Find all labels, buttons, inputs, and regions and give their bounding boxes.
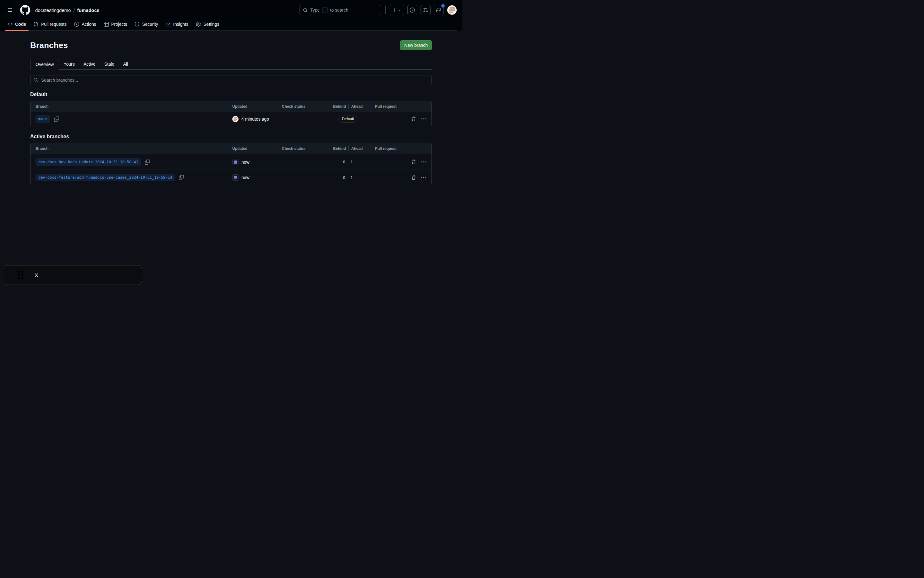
committer-avatar-image <box>232 116 239 122</box>
branch-menu-button[interactable] <box>421 175 426 180</box>
branch-row-main: main 4 minutes ago Default <box>31 112 431 126</box>
breadcrumb-repo-link[interactable]: fumadocs <box>77 8 100 13</box>
notifications-inbox-button[interactable] <box>434 5 444 15</box>
close-widget-button[interactable] <box>34 273 39 278</box>
user-avatar[interactable] <box>447 5 457 15</box>
tab-insights-label: Insights <box>173 22 188 27</box>
search-icon <box>33 78 38 82</box>
tab-security-label: Security <box>142 22 158 27</box>
tab-security[interactable]: Security <box>132 18 161 31</box>
hamburger-menu-button[interactable] <box>5 5 15 15</box>
branch-row-dev-docs-feature: dev-docs-feature/add-fumadocs-use-cases_… <box>31 170 431 185</box>
tab-active[interactable]: Active <box>79 59 100 70</box>
tab-code[interactable]: Code <box>5 18 29 31</box>
code-icon <box>8 22 13 27</box>
git-pull-request-icon <box>423 8 428 13</box>
bot-avatar[interactable] <box>232 159 239 165</box>
chevron-down-icon <box>398 8 402 12</box>
tab-yours[interactable]: Yours <box>59 59 79 70</box>
issues-button[interactable] <box>407 5 417 15</box>
tab-projects-label: Projects <box>111 22 127 27</box>
committer-avatar[interactable] <box>232 116 239 122</box>
unread-notification-dot <box>441 4 445 8</box>
table-header: Branch Updated Check status Behind Ahead… <box>31 143 431 154</box>
column-header-behind-ahead: Behind Ahead <box>332 104 364 109</box>
branch-link[interactable]: dev-docs-feature/add-fumadocs-use-cases_… <box>36 174 175 181</box>
copy-branch-name-button[interactable] <box>145 159 150 165</box>
branch-link[interactable]: main <box>36 115 50 123</box>
column-header-ahead: Ahead <box>351 146 363 151</box>
slash-key-hint: / <box>322 8 327 13</box>
breadcrumb-owner-link[interactable]: docstestingdemo <box>35 8 71 13</box>
delete-branch-button[interactable] <box>411 159 416 165</box>
issue-opened-icon <box>410 8 415 13</box>
column-header-check-status: Check status <box>282 146 332 151</box>
trash-icon <box>411 175 416 180</box>
shield-icon <box>135 22 140 27</box>
play-icon <box>74 22 79 27</box>
bot-avatar-glyph <box>234 176 237 178</box>
new-branch-button[interactable]: New branch <box>400 40 432 50</box>
behind-ahead-divider <box>348 174 348 181</box>
tab-insights[interactable]: Insights <box>163 18 191 31</box>
search-placeholder-suffix: to search <box>330 8 348 13</box>
header-divider <box>385 6 386 14</box>
bot-avatar-glyph <box>234 161 237 163</box>
drag-handle[interactable] <box>18 271 24 279</box>
kebab-horizontal-icon <box>421 175 426 180</box>
kebab-horizontal-icon <box>421 159 426 165</box>
column-header-updated: Updated <box>232 146 282 151</box>
column-header-ahead: Ahead <box>351 104 363 109</box>
tab-code-label: Code <box>15 22 26 27</box>
breadcrumb: docstestingdemo / fumadocs <box>35 8 99 13</box>
tab-actions-label: Actions <box>82 22 96 27</box>
global-header: docstestingdemo / fumadocs Type / to sea… <box>0 0 462 31</box>
active-section-heading: Active branches <box>30 134 432 140</box>
tab-stale[interactable]: Stale <box>100 59 119 70</box>
search-placeholder-prefix: Type <box>310 8 320 13</box>
branch-menu-button[interactable] <box>421 117 426 122</box>
bot-avatar[interactable] <box>232 174 239 180</box>
default-section-heading: Default <box>30 92 432 97</box>
delete-branch-button[interactable] <box>411 117 416 122</box>
ahead-count: 1 <box>351 159 355 164</box>
copy-branch-name-button[interactable] <box>54 117 59 122</box>
table-header: Branch Updated Check status Behind Ahead… <box>31 101 431 112</box>
trash-icon <box>411 117 416 122</box>
search-branches-input[interactable] <box>30 75 432 85</box>
tab-overview[interactable]: Overview <box>30 59 59 70</box>
tab-all[interactable]: All <box>119 59 133 70</box>
tab-settings-label: Settings <box>203 22 220 27</box>
create-new-button[interactable] <box>390 5 404 15</box>
tab-pull-requests[interactable]: Pull requests <box>31 18 69 31</box>
tab-pull-requests-label: Pull requests <box>41 22 67 27</box>
delete-branch-button[interactable] <box>411 175 416 180</box>
pull-requests-button[interactable] <box>421 5 431 15</box>
branch-link[interactable]: dev-docs-Dev-Docs_Update_2024-10-31_18-5… <box>36 158 141 166</box>
bot-avatar-label <box>234 179 237 179</box>
graph-icon <box>166 22 171 27</box>
copy-branch-name-button[interactable] <box>179 175 184 180</box>
active-branches-table: Branch Updated Check status Behind Ahead… <box>30 143 432 185</box>
default-branches-table: Branch Updated Check status Behind Ahead… <box>30 101 432 126</box>
updated-time: now <box>241 175 249 180</box>
updated-time: now <box>241 159 249 165</box>
tab-projects[interactable]: Projects <box>101 18 130 31</box>
bot-avatar-label <box>234 163 237 164</box>
floating-toolbar-widget <box>4 265 142 285</box>
global-search-input[interactable]: Type / to search <box>299 5 381 15</box>
copy-icon <box>179 175 184 180</box>
kebab-horizontal-icon <box>421 117 426 122</box>
column-header-check-status: Check status <box>282 104 332 109</box>
trash-icon <box>411 159 416 165</box>
column-header-branch: Branch <box>31 146 232 151</box>
column-header-behind: Behind <box>333 146 346 151</box>
copy-icon <box>54 117 59 122</box>
tab-settings[interactable]: Settings <box>193 18 222 31</box>
branch-menu-button[interactable] <box>421 159 426 165</box>
github-logo[interactable] <box>20 5 30 15</box>
table-icon <box>104 22 109 27</box>
gear-icon <box>196 22 201 27</box>
tab-actions[interactable]: Actions <box>72 18 99 31</box>
plus-icon <box>392 8 397 13</box>
